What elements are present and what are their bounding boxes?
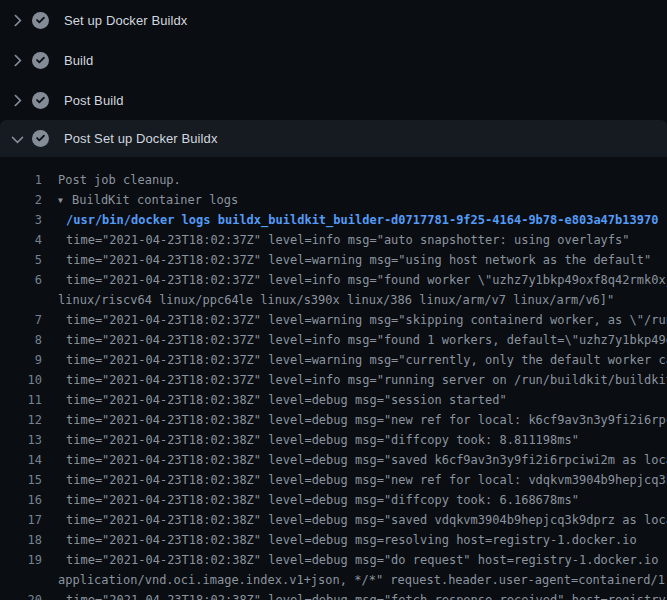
line-number[interactable]: 13 xyxy=(0,430,42,450)
line-number xyxy=(0,290,42,310)
line-number[interactable]: 15 xyxy=(0,470,42,490)
line-number xyxy=(0,570,42,590)
log-line: 3/usr/bin/docker logs buildx_buildkit_bu… xyxy=(0,210,667,230)
check-circle-icon xyxy=(32,92,49,109)
log-line: 1Post job cleanup. xyxy=(0,170,667,190)
check-circle-icon xyxy=(32,52,49,69)
log-lines: 1Post job cleanup.2▼BuildKit container l… xyxy=(0,157,667,600)
log-line: 10time="2021-04-23T18:02:37Z" level=info… xyxy=(0,370,667,390)
log-line: 19time="2021-04-23T18:02:38Z" level=debu… xyxy=(0,550,667,570)
log-line: 5time="2021-04-23T18:02:37Z" level=warni… xyxy=(0,250,667,270)
line-number[interactable]: 6 xyxy=(0,270,42,290)
log-text: time="2021-04-23T18:02:37Z" level=warnin… xyxy=(66,350,667,370)
line-number[interactable]: 2 xyxy=(0,190,42,210)
log-text: time="2021-04-23T18:02:37Z" level=info m… xyxy=(66,270,667,290)
log-line-continuation: linux/riscv64 linux/ppc64le linux/s390x … xyxy=(0,290,667,310)
log-text: time="2021-04-23T18:02:38Z" level=debug … xyxy=(66,510,667,530)
step-row-post-build[interactable]: Post Build xyxy=(0,80,667,120)
line-number[interactable]: 10 xyxy=(0,370,42,390)
log-text: time="2021-04-23T18:02:37Z" level=info m… xyxy=(66,230,630,250)
log-text: time="2021-04-23T18:02:38Z" level=debug … xyxy=(66,390,507,410)
line-number[interactable]: 8 xyxy=(0,330,42,350)
log-text: Post job cleanup. xyxy=(58,170,181,190)
log-text: time="2021-04-23T18:02:38Z" level=debug … xyxy=(66,430,579,450)
log-text: time="2021-04-23T18:02:37Z" level=warnin… xyxy=(66,250,651,270)
check-circle-icon xyxy=(32,130,49,147)
line-number[interactable]: 4 xyxy=(0,230,42,250)
steps-list: Set up Docker Buildx Build Post Build Po… xyxy=(0,0,667,157)
line-number[interactable]: 1 xyxy=(0,170,42,190)
step-label: Post Build xyxy=(64,93,124,108)
triangle-down-icon[interactable]: ▼ xyxy=(58,191,72,210)
log-line: 17time="2021-04-23T18:02:38Z" level=debu… xyxy=(0,510,667,530)
log-text: time="2021-04-23T18:02:38Z" level=debug … xyxy=(66,550,667,570)
line-number[interactable]: 18 xyxy=(0,530,42,550)
log-text: time="2021-04-23T18:02:38Z" level=debug … xyxy=(66,450,667,470)
log-line: 13time="2021-04-23T18:02:38Z" level=debu… xyxy=(0,430,667,450)
step-label: Post Set up Docker Buildx xyxy=(64,131,218,146)
log-line: 16time="2021-04-23T18:02:38Z" level=debu… xyxy=(0,490,667,510)
log-text: application/vnd.oci.image.index.v1+json,… xyxy=(58,570,667,590)
log-text: ▼BuildKit container logs xyxy=(58,190,238,210)
chevron-right-icon xyxy=(10,53,24,67)
log-line: 6time="2021-04-23T18:02:37Z" level=info … xyxy=(0,270,667,290)
log-line: 7time="2021-04-23T18:02:37Z" level=warni… xyxy=(0,310,667,330)
log-text: linux/riscv64 linux/ppc64le linux/s390x … xyxy=(58,290,614,310)
command-text: /usr/bin/docker logs buildx_buildkit_bui… xyxy=(66,210,658,230)
log-line: 20time="2021-04-23T18:02:38Z" level=debu… xyxy=(0,590,667,600)
log-line[interactable]: 2▼BuildKit container logs xyxy=(0,190,667,210)
line-number[interactable]: 5 xyxy=(0,250,42,270)
log-text: time="2021-04-23T18:02:37Z" level=info m… xyxy=(66,330,667,350)
line-number[interactable]: 16 xyxy=(0,490,42,510)
log-text: time="2021-04-23T18:02:38Z" level=debug … xyxy=(66,490,579,510)
log-text: time="2021-04-23T18:02:37Z" level=warnin… xyxy=(66,310,667,330)
log-text: time="2021-04-23T18:02:37Z" level=info m… xyxy=(66,370,667,390)
log-text: time="2021-04-23T18:02:38Z" level=debug … xyxy=(66,470,667,490)
step-label: Build xyxy=(64,53,93,68)
log-line: 12time="2021-04-23T18:02:38Z" level=debu… xyxy=(0,410,667,430)
group-title: BuildKit container logs xyxy=(72,193,238,207)
line-number[interactable]: 9 xyxy=(0,350,42,370)
line-number[interactable]: 12 xyxy=(0,410,42,430)
line-number[interactable]: 14 xyxy=(0,450,42,470)
line-number[interactable]: 7 xyxy=(0,310,42,330)
log-text: time="2021-04-23T18:02:38Z" level=debug … xyxy=(66,530,637,550)
step-row-post-setup-docker-buildx[interactable]: Post Set up Docker Buildx xyxy=(0,120,667,157)
chevron-right-icon xyxy=(10,13,24,27)
log-line: 14time="2021-04-23T18:02:38Z" level=debu… xyxy=(0,450,667,470)
line-number[interactable]: 3 xyxy=(0,210,42,230)
log-line: 9time="2021-04-23T18:02:37Z" level=warni… xyxy=(0,350,667,370)
chevron-right-icon xyxy=(10,93,24,107)
log-line: 4time="2021-04-23T18:02:37Z" level=info … xyxy=(0,230,667,250)
line-number[interactable]: 20 xyxy=(0,590,42,600)
log-line: 15time="2021-04-23T18:02:38Z" level=debu… xyxy=(0,470,667,490)
log-line: 11time="2021-04-23T18:02:38Z" level=debu… xyxy=(0,390,667,410)
step-row-setup-docker-buildx[interactable]: Set up Docker Buildx xyxy=(0,0,667,40)
step-label: Set up Docker Buildx xyxy=(64,13,187,28)
line-number[interactable]: 17 xyxy=(0,510,42,530)
log-text: time="2021-04-23T18:02:38Z" level=debug … xyxy=(66,410,667,430)
log-line-continuation: application/vnd.oci.image.index.v1+json,… xyxy=(0,570,667,590)
log-line: 8time="2021-04-23T18:02:37Z" level=info … xyxy=(0,330,667,350)
line-number[interactable]: 11 xyxy=(0,390,42,410)
log-line: 18time="2021-04-23T18:02:38Z" level=debu… xyxy=(0,530,667,550)
line-number[interactable]: 19 xyxy=(0,550,42,570)
check-circle-icon xyxy=(32,12,49,29)
log-text: time="2021-04-23T18:02:38Z" level=debug … xyxy=(66,590,667,600)
chevron-down-icon xyxy=(10,132,24,146)
step-row-build[interactable]: Build xyxy=(0,40,667,80)
